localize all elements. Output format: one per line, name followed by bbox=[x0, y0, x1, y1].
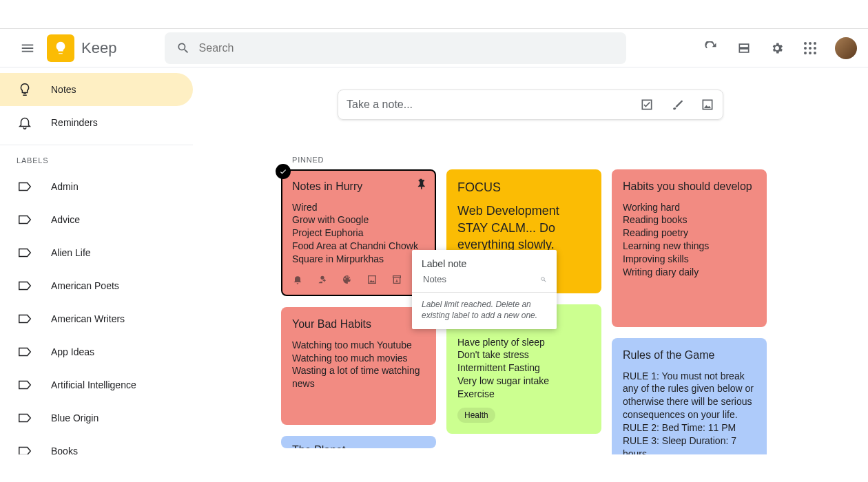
new-drawing-button[interactable] bbox=[670, 98, 684, 112]
app-title: Keep bbox=[81, 39, 116, 57]
note-title: Rules of the Game bbox=[623, 348, 756, 363]
bell-icon bbox=[17, 114, 33, 131]
note-card[interactable]: Rules of the GameRULE 1: You must not br… bbox=[612, 338, 767, 454]
search-icon bbox=[540, 275, 547, 284]
list-view-button[interactable] bbox=[730, 34, 758, 62]
take-note-placeholder: Take a note... bbox=[347, 98, 640, 111]
note-title: Notes in Hurry bbox=[292, 179, 425, 194]
settings-button[interactable] bbox=[763, 34, 791, 62]
note-text: Web Development STAY CALM... Do everythi… bbox=[457, 202, 590, 253]
sidebar-item-label: American Writers bbox=[51, 313, 125, 324]
main-menu-button[interactable] bbox=[11, 32, 44, 65]
svg-point-2 bbox=[814, 42, 816, 45]
label-icon bbox=[17, 311, 33, 327]
svg-point-8 bbox=[814, 52, 816, 54]
label-icon bbox=[17, 178, 33, 195]
svg-point-1 bbox=[809, 42, 812, 45]
color-button[interactable] bbox=[342, 274, 353, 285]
note-text: Watching too much Youtube Watching too m… bbox=[292, 339, 425, 391]
sidebar-item-label-6[interactable]: Artificial Intelligence bbox=[0, 368, 193, 401]
sidebar-item-label: App Ideas bbox=[51, 346, 94, 357]
label-popup-message: Label limit reached. Delete an existing … bbox=[412, 293, 557, 329]
apps-grid-icon bbox=[804, 42, 816, 54]
sidebar-item-label: Admin bbox=[51, 181, 79, 192]
label-popup-search-input[interactable] bbox=[422, 273, 540, 285]
lightbulb-icon bbox=[53, 41, 68, 56]
label-icon bbox=[17, 443, 33, 454]
sidebar-labels-heading: LABELS bbox=[0, 151, 193, 170]
svg-point-7 bbox=[809, 52, 812, 54]
svg-point-0 bbox=[804, 42, 807, 45]
sidebar-item-label: Alien Life bbox=[51, 247, 91, 258]
archive-button[interactable] bbox=[391, 274, 402, 285]
keep-logo bbox=[47, 34, 74, 62]
svg-point-3 bbox=[804, 47, 807, 50]
note-title: Habits you should develop bbox=[623, 179, 756, 194]
sidebar-item-label: Artificial Intelligence bbox=[51, 379, 136, 390]
selected-check-icon[interactable] bbox=[276, 164, 291, 179]
sidebar-divider bbox=[0, 145, 193, 145]
sidebar-item-reminders[interactable]: Reminders bbox=[0, 106, 193, 139]
sidebar-item-label: Advice bbox=[51, 214, 80, 225]
account-avatar[interactable] bbox=[835, 37, 857, 59]
sidebar-item-label: American Poets bbox=[51, 280, 119, 291]
sidebar-item-label-1[interactable]: Advice bbox=[0, 203, 193, 236]
sidebar-item-label-4[interactable]: American Writers bbox=[0, 302, 193, 335]
sidebar-item-label-0[interactable]: Admin bbox=[0, 170, 193, 203]
label-icon bbox=[17, 344, 33, 360]
note-title: Your Bad Habits bbox=[292, 317, 425, 332]
sidebar-item-label-2[interactable]: Alien Life bbox=[0, 236, 193, 269]
sidebar-item-label-5[interactable]: App Ideas bbox=[0, 335, 193, 368]
sidebar-item-label-8[interactable]: Books bbox=[0, 434, 193, 454]
note-title: The Planet... bbox=[292, 443, 425, 448]
note-label-chip[interactable]: Health bbox=[457, 408, 495, 423]
search-icon bbox=[176, 41, 190, 55]
image-icon bbox=[701, 98, 714, 112]
search-icon-wrap bbox=[169, 41, 197, 55]
lightbulb-icon bbox=[17, 81, 33, 98]
note-text: RULE 1: You must not break any of the ru… bbox=[623, 370, 756, 454]
note-toolbar bbox=[292, 274, 425, 285]
take-note-box[interactable]: Take a note... bbox=[338, 90, 723, 120]
pinned-heading: PINNED bbox=[292, 156, 868, 164]
note-card[interactable]: The Planet... bbox=[281, 436, 436, 448]
sidebar-item-label: Reminders bbox=[51, 117, 98, 128]
search-input[interactable] bbox=[198, 41, 623, 55]
add-image-button[interactable] bbox=[366, 274, 378, 285]
refresh-button[interactable] bbox=[697, 34, 725, 62]
hamburger-icon bbox=[20, 41, 35, 56]
label-icon bbox=[17, 377, 33, 393]
note-text: Working hard Reading books Reading poetr… bbox=[623, 201, 756, 279]
sidebar-item-label: Notes bbox=[51, 84, 76, 95]
svg-point-5 bbox=[814, 47, 816, 50]
label-note-popup: Label note Label limit reached. Delete a… bbox=[412, 250, 557, 329]
refresh-icon bbox=[704, 41, 718, 55]
note-text: Have plenty of sleep Don't take stress I… bbox=[457, 336, 590, 401]
label-icon bbox=[17, 244, 33, 261]
sidebar-item-notes[interactable]: Notes bbox=[0, 73, 193, 106]
list-view-icon bbox=[737, 41, 751, 55]
remind-me-button[interactable] bbox=[292, 274, 303, 285]
label-popup-title: Label note bbox=[412, 250, 557, 273]
new-list-button[interactable] bbox=[640, 98, 654, 112]
google-apps-button[interactable] bbox=[796, 34, 824, 62]
sidebar-item-label: Books bbox=[51, 446, 78, 454]
checkbox-icon bbox=[640, 98, 654, 112]
search-box[interactable] bbox=[165, 32, 626, 64]
note-title: FOCUS bbox=[457, 179, 590, 196]
gear-icon bbox=[770, 41, 784, 55]
new-image-button[interactable] bbox=[701, 98, 714, 112]
sidebar-item-label-7[interactable]: Blue Origin bbox=[0, 401, 193, 434]
sidebar: Notes Reminders LABELS AdminAdviceAlien … bbox=[0, 67, 193, 454]
brush-icon bbox=[670, 98, 684, 112]
note-card[interactable]: Habits you should developWorking hard Re… bbox=[612, 169, 767, 327]
note-text: Wired Grow with Google Project Euphoria … bbox=[292, 201, 425, 266]
sidebar-item-label-3[interactable]: American Poets bbox=[0, 269, 193, 302]
svg-point-6 bbox=[804, 52, 807, 54]
sidebar-item-label: Blue Origin bbox=[51, 412, 99, 423]
label-icon bbox=[17, 410, 33, 426]
collaborator-button[interactable] bbox=[317, 274, 328, 285]
pin-icon[interactable] bbox=[414, 178, 428, 191]
header: Keep bbox=[0, 29, 868, 67]
content-area: Take a note... PINNED Notes in HurryWire… bbox=[193, 67, 868, 454]
